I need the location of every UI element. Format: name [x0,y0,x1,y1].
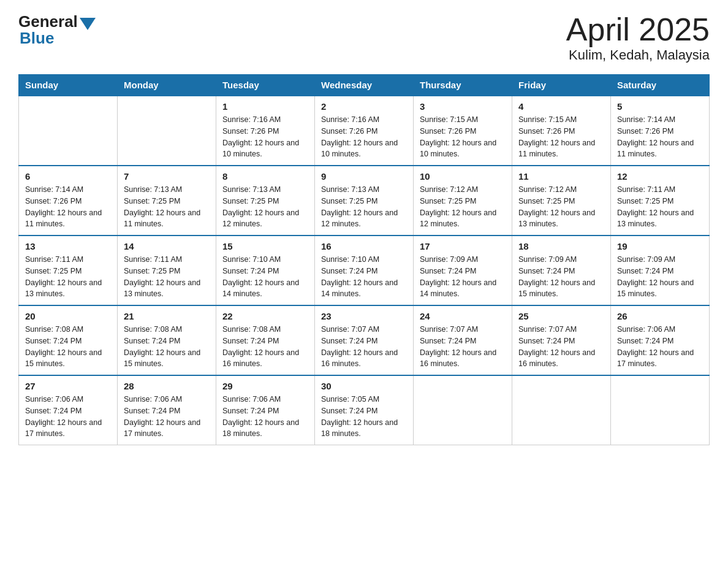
day-info: Sunrise: 7:10 AMSunset: 7:24 PMDaylight:… [222,254,308,300]
day-info: Sunrise: 7:11 AMSunset: 7:25 PMDaylight:… [124,254,210,300]
calendar-cell: 13Sunrise: 7:11 AMSunset: 7:25 PMDayligh… [19,236,118,305]
day-number: 21 [124,311,210,321]
day-info: Sunrise: 7:08 AMSunset: 7:24 PMDaylight:… [124,324,210,370]
day-number: 4 [518,101,604,112]
day-info: Sunrise: 7:10 AMSunset: 7:24 PMDaylight:… [321,254,407,300]
calendar-cell: 20Sunrise: 7:08 AMSunset: 7:24 PMDayligh… [19,305,118,375]
day-number: 25 [518,311,604,321]
calendar-cell [611,375,710,445]
day-number: 11 [518,171,604,182]
calendar-cell [118,96,216,166]
day-info: Sunrise: 7:14 AMSunset: 7:26 PMDaylight:… [617,114,703,160]
day-info: Sunrise: 7:07 AMSunset: 7:24 PMDaylight:… [420,324,506,370]
logo: General Blue [18,12,96,48]
title-block: April 2025 Kulim, Kedah, Malaysia [566,12,710,63]
day-info: Sunrise: 7:09 AMSunset: 7:24 PMDaylight:… [518,254,604,300]
calendar-cell: 24Sunrise: 7:07 AMSunset: 7:24 PMDayligh… [414,305,512,375]
calendar-cell: 6Sunrise: 7:14 AMSunset: 7:26 PMDaylight… [19,166,118,236]
calendar-cell: 14Sunrise: 7:11 AMSunset: 7:25 PMDayligh… [118,236,216,305]
calendar-cell: 16Sunrise: 7:10 AMSunset: 7:24 PMDayligh… [315,236,414,305]
day-number: 16 [321,241,407,251]
day-info: Sunrise: 7:11 AMSunset: 7:25 PMDaylight:… [25,254,111,300]
calendar-cell: 4Sunrise: 7:15 AMSunset: 7:26 PMDaylight… [512,96,611,166]
day-info: Sunrise: 7:16 AMSunset: 7:26 PMDaylight:… [321,114,407,160]
calendar-cell: 3Sunrise: 7:15 AMSunset: 7:26 PMDaylight… [414,96,512,166]
calendar-cell: 29Sunrise: 7:06 AMSunset: 7:24 PMDayligh… [216,375,315,445]
day-number: 13 [25,241,111,251]
calendar-cell: 27Sunrise: 7:06 AMSunset: 7:24 PMDayligh… [19,375,118,445]
weekday-header-thursday: Thursday [414,75,512,96]
calendar-cell: 5Sunrise: 7:14 AMSunset: 7:26 PMDaylight… [611,96,710,166]
day-info: Sunrise: 7:07 AMSunset: 7:24 PMDaylight:… [518,324,604,370]
weekday-header-monday: Monday [118,75,216,96]
weekday-header-tuesday: Tuesday [216,75,315,96]
weekday-header-friday: Friday [512,75,611,96]
calendar-week-4: 20Sunrise: 7:08 AMSunset: 7:24 PMDayligh… [19,305,710,375]
calendar-cell: 25Sunrise: 7:07 AMSunset: 7:24 PMDayligh… [512,305,611,375]
calendar-cell [19,96,118,166]
calendar-cell: 15Sunrise: 7:10 AMSunset: 7:24 PMDayligh… [216,236,315,305]
weekday-header-sunday: Sunday [19,75,118,96]
calendar-cell: 7Sunrise: 7:13 AMSunset: 7:25 PMDaylight… [118,166,216,236]
day-number: 28 [124,381,210,391]
day-number: 22 [222,311,308,321]
logo-triangle-icon [80,18,96,30]
calendar-cell: 9Sunrise: 7:13 AMSunset: 7:25 PMDaylight… [315,166,414,236]
day-info: Sunrise: 7:08 AMSunset: 7:24 PMDaylight:… [25,324,111,370]
calendar-cell [512,375,611,445]
calendar-cell [414,375,512,445]
day-info: Sunrise: 7:06 AMSunset: 7:24 PMDaylight:… [124,394,210,440]
day-info: Sunrise: 7:06 AMSunset: 7:24 PMDaylight:… [222,394,308,440]
calendar-table: SundayMondayTuesdayWednesdayThursdayFrid… [18,74,710,445]
calendar-week-2: 6Sunrise: 7:14 AMSunset: 7:26 PMDaylight… [19,166,710,236]
page-title: April 2025 [566,12,710,47]
day-number: 17 [420,241,506,251]
page-subtitle: Kulim, Kedah, Malaysia [566,47,710,63]
day-info: Sunrise: 7:06 AMSunset: 7:24 PMDaylight:… [25,394,111,440]
day-number: 27 [25,381,111,391]
calendar-cell: 30Sunrise: 7:05 AMSunset: 7:24 PMDayligh… [315,375,414,445]
calendar-week-3: 13Sunrise: 7:11 AMSunset: 7:25 PMDayligh… [19,236,710,305]
weekday-header-row: SundayMondayTuesdayWednesdayThursdayFrid… [19,75,710,96]
day-number: 24 [420,311,506,321]
calendar-cell: 10Sunrise: 7:12 AMSunset: 7:25 PMDayligh… [414,166,512,236]
day-info: Sunrise: 7:06 AMSunset: 7:24 PMDaylight:… [617,324,703,370]
logo-blue-text: Blue [20,29,54,48]
day-info: Sunrise: 7:14 AMSunset: 7:26 PMDaylight:… [25,184,111,230]
day-info: Sunrise: 7:09 AMSunset: 7:24 PMDaylight:… [420,254,506,300]
calendar-cell: 1Sunrise: 7:16 AMSunset: 7:26 PMDaylight… [216,96,315,166]
calendar-cell: 26Sunrise: 7:06 AMSunset: 7:24 PMDayligh… [611,305,710,375]
calendar-week-5: 27Sunrise: 7:06 AMSunset: 7:24 PMDayligh… [19,375,710,445]
day-number: 8 [222,171,308,182]
page-header: General Blue April 2025 Kulim, Kedah, Ma… [18,12,710,63]
weekday-header-saturday: Saturday [611,75,710,96]
day-info: Sunrise: 7:09 AMSunset: 7:24 PMDaylight:… [617,254,703,300]
day-number: 2 [321,101,407,112]
day-number: 29 [222,381,308,391]
day-info: Sunrise: 7:13 AMSunset: 7:25 PMDaylight:… [321,184,407,230]
day-number: 7 [124,171,210,182]
day-number: 26 [617,311,703,321]
calendar-cell: 12Sunrise: 7:11 AMSunset: 7:25 PMDayligh… [611,166,710,236]
day-info: Sunrise: 7:15 AMSunset: 7:26 PMDaylight:… [420,114,506,160]
day-number: 1 [222,101,308,112]
calendar-cell: 18Sunrise: 7:09 AMSunset: 7:24 PMDayligh… [512,236,611,305]
day-number: 10 [420,171,506,182]
day-info: Sunrise: 7:13 AMSunset: 7:25 PMDaylight:… [124,184,210,230]
day-info: Sunrise: 7:05 AMSunset: 7:24 PMDaylight:… [321,394,407,440]
day-number: 15 [222,241,308,251]
day-info: Sunrise: 7:16 AMSunset: 7:26 PMDaylight:… [222,114,308,160]
day-number: 19 [617,241,703,251]
day-number: 5 [617,101,703,112]
calendar-header: SundayMondayTuesdayWednesdayThursdayFrid… [19,75,710,96]
day-info: Sunrise: 7:13 AMSunset: 7:25 PMDaylight:… [222,184,308,230]
calendar-cell: 23Sunrise: 7:07 AMSunset: 7:24 PMDayligh… [315,305,414,375]
calendar-cell: 8Sunrise: 7:13 AMSunset: 7:25 PMDaylight… [216,166,315,236]
day-info: Sunrise: 7:12 AMSunset: 7:25 PMDaylight:… [518,184,604,230]
day-number: 9 [321,171,407,182]
day-number: 3 [420,101,506,112]
calendar-cell: 17Sunrise: 7:09 AMSunset: 7:24 PMDayligh… [414,236,512,305]
calendar-body: 1Sunrise: 7:16 AMSunset: 7:26 PMDaylight… [19,96,710,445]
day-info: Sunrise: 7:15 AMSunset: 7:26 PMDaylight:… [518,114,604,160]
calendar-cell: 22Sunrise: 7:08 AMSunset: 7:24 PMDayligh… [216,305,315,375]
